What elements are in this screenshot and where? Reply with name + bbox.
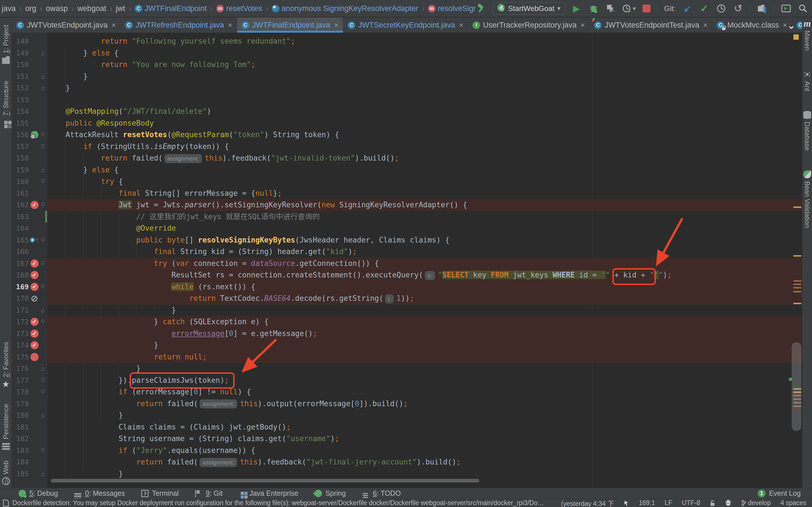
gutter-row[interactable]: 170⊘ xyxy=(12,293,47,304)
gutter-row[interactable]: 153 xyxy=(12,94,47,106)
code-line-153[interactable] xyxy=(47,94,802,106)
breadcrumb-item[interactable]: owasp xyxy=(46,4,68,13)
code-line-158[interactable]: return failed(assignment:this).feedback(… xyxy=(47,152,802,164)
tool-strip-item-persistence[interactable]: Persistence xyxy=(2,404,10,445)
breadcrumb-item[interactable]: anonymous SigningKeyResolverAdapter xyxy=(272,4,418,13)
stripe-mark[interactable] xyxy=(794,287,801,288)
lock-icon[interactable] xyxy=(710,500,715,506)
code-line-174[interactable]: } xyxy=(47,339,802,351)
breakpoint-verified-icon[interactable]: ✓ xyxy=(31,271,39,279)
gutter-row[interactable]: 149⌂ xyxy=(12,47,47,59)
breakpoint-icon[interactable] xyxy=(31,353,39,361)
breakpoint-muted-icon[interactable]: ⊘ xyxy=(31,294,38,303)
tab-MockMvc.class[interactable]: CMockMvc.class× xyxy=(712,17,792,33)
toolwindow-button-git[interactable]: 9: Git xyxy=(195,489,223,497)
breakpoint-verified-icon[interactable]: ✓ xyxy=(31,341,39,349)
inspection-status-square[interactable] xyxy=(794,34,799,40)
fold-marker-icon[interactable]: ⌂ xyxy=(41,178,45,185)
code-line-148[interactable]: return "Following yourself seems redunda… xyxy=(47,36,802,47)
tab-JWTFinalEndpoint.java[interactable]: CJWTFinalEndpoint.java× xyxy=(237,17,343,33)
breakpoint-verified-icon[interactable]: ✓ xyxy=(31,201,39,209)
code-line-170[interactable]: return TextCodec.BASE64.decode(rs.getStr… xyxy=(47,293,802,304)
indent-config[interactable]: 4 spaces xyxy=(780,499,806,507)
event-log-button[interactable]: 1 Event Log xyxy=(758,489,801,497)
code-line-159[interactable]: } else { xyxy=(47,164,802,176)
gutter-row[interactable]: 174✓ xyxy=(12,339,47,351)
breadcrumb-item[interactable]: jwt xyxy=(116,4,125,13)
stripe-mark[interactable] xyxy=(794,255,801,257)
debug-button[interactable] xyxy=(589,3,599,14)
code-line-162[interactable]: Jwt jwt = Jwts.parser().setSigningKeyRes… xyxy=(47,199,802,211)
stripe-mark[interactable] xyxy=(794,291,801,292)
fold-marker-icon[interactable]: ⌂ xyxy=(41,50,45,56)
gutter-row[interactable]: 181 xyxy=(12,421,47,433)
overriding-method-icon[interactable]: ↑ xyxy=(30,236,39,244)
history-button[interactable] xyxy=(716,3,726,14)
close-icon[interactable]: × xyxy=(703,21,707,30)
code-area[interactable]: return "Following yourself seems redunda… xyxy=(47,33,802,488)
toolwindow-button-debug[interactable]: 5: Debug xyxy=(18,489,58,497)
fold-marker-icon[interactable]: ⌂ xyxy=(41,131,45,138)
caret-position[interactable]: 169:1 xyxy=(639,499,655,507)
code-line-157[interactable]: if (StringUtils.isEmpty(token)) { xyxy=(47,141,802,153)
fold-marker-icon[interactable]: ⌂ xyxy=(41,260,45,267)
gutter-row[interactable]: 155 xyxy=(12,117,47,129)
gutter-row[interactable]: 158 xyxy=(12,152,47,164)
fold-marker-icon[interactable]: ⌂ xyxy=(41,167,45,173)
fold-marker-icon[interactable]: ⌂ xyxy=(41,377,45,384)
stop-button[interactable] xyxy=(643,4,651,12)
gutter-row[interactable]: 165↑⌂ xyxy=(12,234,47,246)
tab-JWTVotesEndpointTest.java[interactable]: CJWTVotesEndpointTest.java× xyxy=(590,17,712,33)
run-config-selector[interactable]: StartWebGoat ▾ xyxy=(493,2,564,15)
fold-marker-icon[interactable]: ⌂ xyxy=(41,471,45,477)
commit-button[interactable]: ✓ xyxy=(699,3,709,14)
tab-JWTSecretKeyEndpoint.java[interactable]: CJWTSecretKeyEndpoint.java× xyxy=(343,17,468,33)
gutter-row[interactable]: 164 xyxy=(12,223,47,234)
code-line-168[interactable]: ResultSet rs = connection.createStatemen… xyxy=(47,269,802,281)
breadcrumb-item[interactable]: java xyxy=(2,4,16,13)
run-anything-button[interactable] xyxy=(781,3,791,14)
code-line-171[interactable]: } xyxy=(47,304,802,316)
gutter-row[interactable]: 150 xyxy=(12,59,47,71)
toolwindow-button-javaenterprise[interactable]: Java Enterprise xyxy=(239,489,298,497)
breakpoint-verified-icon[interactable]: ✓ xyxy=(31,318,39,326)
gutter-row[interactable]: 156⌂ xyxy=(12,129,47,141)
stripe-mark[interactable] xyxy=(794,303,801,304)
breadcrumb-item[interactable]: mresolveSigningKeyBytes xyxy=(428,4,476,13)
gutter-row[interactable]: 160⌂ xyxy=(12,176,47,187)
gutter-row[interactable]: 173✓ xyxy=(12,328,47,340)
code-line-163[interactable]: // 这里我们的jwt_keys 就是在SQL语句中进行查询的 xyxy=(47,211,802,223)
toolwindow-button-spring[interactable]: Spring xyxy=(315,489,346,497)
run-button[interactable]: ▶ xyxy=(571,3,581,14)
gutter-row[interactable]: 178⌂ xyxy=(12,386,47,398)
tool-strip-item-ant[interactable]: Ant xyxy=(803,70,811,91)
code-line-183[interactable]: if ("Jerry".equals(username)) { xyxy=(47,445,802,457)
toolwindow-button-terminal[interactable]: Terminal xyxy=(141,489,179,497)
gutter-row[interactable]: 183⌂ xyxy=(12,445,47,457)
close-icon[interactable]: × xyxy=(334,21,338,30)
breakpoint-verified-icon[interactable]: ✓ xyxy=(31,283,39,291)
encoding[interactable]: UTF-8 xyxy=(682,499,700,507)
status-message[interactable]: Dockerfile detection: You may setup Dock… xyxy=(12,499,561,507)
gutter-row[interactable]: 184 xyxy=(12,456,47,468)
breadcrumb-item[interactable]: org xyxy=(26,4,36,13)
code-line-165[interactable]: public byte[] resolveSigningKeyBytes(Jws… xyxy=(47,234,802,246)
breadcrumb-item[interactable]: mresetVotes xyxy=(216,4,262,13)
tab-UserTrackerRepository.java[interactable]: IUserTrackerRepository.java× xyxy=(468,17,590,33)
code-line-185[interactable]: } xyxy=(47,468,802,480)
coverage-button[interactable] xyxy=(605,3,615,14)
gutter-row[interactable]: 185⌂ xyxy=(12,468,47,480)
gutter-row[interactable]: 163 xyxy=(12,211,47,223)
gutter-row[interactable]: 152⌂ xyxy=(12,82,47,94)
search-everywhere-icon[interactable] xyxy=(798,3,808,14)
gutter-row[interactable]: 175 xyxy=(12,351,47,363)
code-line-150[interactable]: return "You are now following Tom"; xyxy=(47,59,802,71)
tool-strip-item-database[interactable]: Database xyxy=(803,111,811,151)
gutter-row[interactable]: 179 xyxy=(12,398,47,410)
gutter-row[interactable]: 177⌂ xyxy=(12,375,47,386)
code-line-154[interactable]: @PostMapping("/JWT/final/delete") xyxy=(47,106,802,117)
tool-strip-item-web[interactable]: Web xyxy=(2,460,10,485)
code-line-149[interactable]: } else { xyxy=(47,47,802,59)
code-line-179[interactable]: return failed(assignment:this).output(er… xyxy=(47,398,802,410)
project-structure-button[interactable] xyxy=(757,3,767,14)
